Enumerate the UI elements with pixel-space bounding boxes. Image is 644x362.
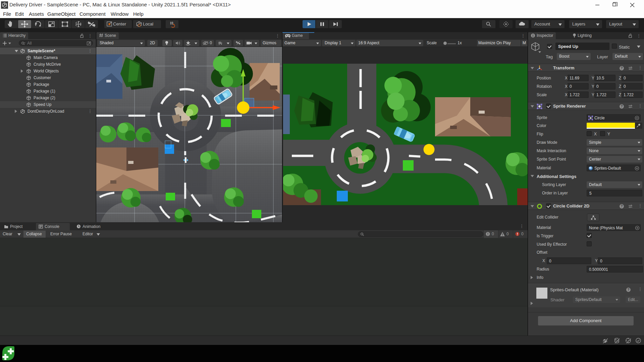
svg-text:?: ? <box>627 288 629 292</box>
svg-text:?: ? <box>621 66 623 70</box>
svg-text:?: ? <box>621 204 623 208</box>
svg-text:?: ? <box>621 105 623 108</box>
